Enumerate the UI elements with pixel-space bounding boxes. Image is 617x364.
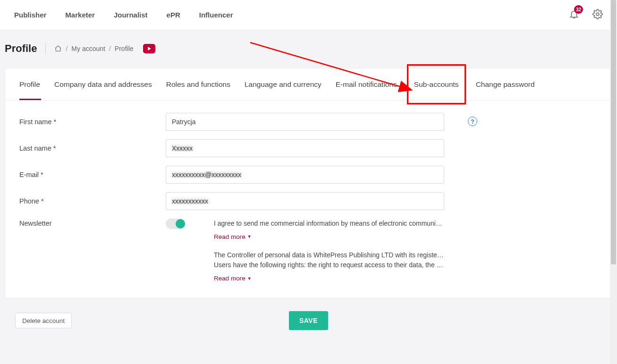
breadcrumb-profile[interactable]: Profile [115,45,134,52]
notifications-button[interactable]: 32 [569,9,579,21]
newsletter-consent-text: I agree to send me commercial informatio… [214,219,445,229]
settings-button[interactable] [592,9,603,21]
nav-influencer[interactable]: Influencer [199,11,233,19]
last-name-label: Last name * [19,144,166,152]
divider [45,43,46,54]
controller-text-1: The Controller of personal data is White… [214,250,445,260]
tab-sub-accounts[interactable]: Sub-accounts [411,68,462,100]
phone-input[interactable] [166,192,444,210]
home-icon[interactable] [54,45,62,52]
play-icon [148,47,151,51]
tab-change-password[interactable]: Change password [476,68,535,100]
tab-roles[interactable]: Roles and functions [166,68,230,100]
read-more-controller[interactable]: Read more▼ [214,274,252,283]
row-phone: Phone * [19,192,598,210]
breadcrumb: / My account / Profile [54,44,155,53]
row-last-name: Last name * [19,139,598,157]
video-help-button[interactable] [143,44,155,53]
newsletter-label: Newsletter [19,219,166,227]
profile-card: Profile Company data and addresses Roles… [5,68,612,298]
row-first-name: First name * [19,113,598,131]
save-button[interactable]: SAVE [289,311,328,330]
breadcrumb-sep: / [66,45,68,52]
breadcrumb-my-account[interactable]: My account [71,45,105,52]
tab-profile[interactable]: Profile [19,68,40,100]
controller-text-2: Users have the following rights: the rig… [214,260,445,270]
nav-publisher[interactable]: Publisher [14,11,46,19]
newsletter-toggle[interactable] [166,219,186,229]
scrollbar-thumb[interactable] [611,0,616,264]
page-title: Profile [5,42,37,55]
nav-journalist[interactable]: Journalist [114,11,148,19]
svg-point-0 [596,13,599,16]
notification-badge: 32 [574,5,583,14]
top-nav: Publisher Marketer Journalist ePR Influe… [0,0,617,30]
nav-epr[interactable]: ePR [167,11,180,19]
row-newsletter: Newsletter I agree to send me commercial… [19,219,598,284]
caret-down-icon: ▼ [247,234,252,240]
delete-account-button[interactable]: Delete account [15,313,72,328]
page-header: Profile / My account / Profile [0,30,617,63]
scrollbar[interactable] [610,0,617,342]
first-name-input[interactable] [166,113,444,131]
email-input[interactable] [166,166,444,184]
nav-marketer[interactable]: Marketer [65,11,95,19]
tabs: Profile Company data and addresses Roles… [5,68,612,101]
first-name-label: First name * [19,118,166,126]
last-name-input[interactable] [166,139,444,157]
toggle-knob [176,219,185,229]
tab-company-data[interactable]: Company data and addresses [54,68,152,100]
row-email: E-mail * [19,166,598,184]
breadcrumb-sep: / [109,45,111,52]
email-label: E-mail * [19,171,166,178]
phone-label: Phone * [19,197,166,205]
footer-bar: Delete account SAVE [5,298,612,342]
nav-right: 32 [569,9,603,21]
read-more-consent[interactable]: Read more▼ [214,232,252,242]
help-icon[interactable]: ? [468,117,477,126]
form-area: ? First name * Last name * E-mail * Phon… [5,101,612,298]
newsletter-text: I agree to send me commercial informatio… [214,219,445,284]
tab-email-notifications[interactable]: E-mail notifications [336,68,397,100]
gear-icon [592,9,603,19]
nav-links: Publisher Marketer Journalist ePR Influe… [14,11,233,19]
caret-down-icon: ▼ [247,276,252,282]
tab-language[interactable]: Language and currency [245,68,321,100]
